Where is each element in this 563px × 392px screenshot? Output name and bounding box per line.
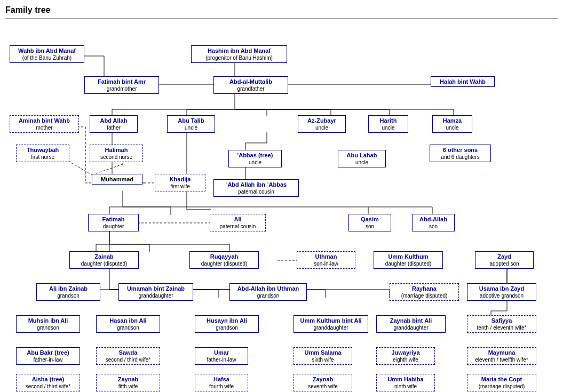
abu-talib-node: Abu Talib uncle [167, 115, 215, 133]
sawda-node: Sawda second / third wife* [96, 347, 160, 365]
husayn-node: Husayn ibn Ali grandson [195, 315, 259, 333]
abd-allah-ibn-abbas-node: `Abd Allah ibn `Abbas paternal cousin [213, 179, 299, 197]
abd-allah-node: Abd Allah father [90, 115, 138, 133]
page-title: Family tree [5, 5, 558, 15]
umar-node: Umar father-in-law [195, 347, 248, 365]
muhammad-node: Muhammad [92, 174, 142, 185]
aminah-node: Aminah bint Wahb mother [10, 115, 79, 133]
fatimah-amr-node: Fatimah bint Amr grandmother [84, 76, 159, 94]
hashim-node: Hashim ibn Abd Manaf (progenitor of Banu… [191, 45, 287, 63]
umm-habiba-node: Umm Habiba ninth wife [376, 374, 435, 391]
thuwaybah-node: Thuwaybah first nurse [16, 145, 69, 162]
abu-lahab-node: Abu Lahab uncle [338, 150, 386, 167]
usama-node: Usama ibn Zayd adoptive grandson [467, 283, 536, 301]
umamah-node: Umamah bint Zainab granddaughter [118, 283, 193, 301]
khadija-node: Khadija first wife [155, 174, 205, 191]
svg-line-24 [92, 164, 123, 175]
abbas-node: 'Abbas (tree) uncle [228, 150, 282, 167]
az-zubayr-node: Az-Zubayr uncle [298, 115, 346, 133]
hamza-node: Hamza uncle [432, 115, 472, 133]
umm-kulthum-node: Umm Kulthum daughter (disputed) [374, 251, 443, 269]
juwayriya-node: Juwayriya eighth wife [376, 347, 435, 365]
maymuna-node: Maymuna eleventh / twelfth wife* [467, 347, 536, 365]
zayd-node: Zayd adopted son [475, 251, 534, 269]
abd-allah-ibn-uthman-node: Abd-Allah ibn Uthman grandson [229, 283, 307, 301]
ruqayyah-node: Ruqayyah daughter (disputed) [189, 251, 259, 269]
wahb-node: Wahb ibn Abd Manaf (of the Banu Zuhrah) [10, 45, 84, 63]
abd-muttalib-node: Abd-al-Muttalib grandfather [213, 76, 288, 94]
umm-kulthum-bint-ali-node: Umm Kulthum bint Ali granddaughter [294, 315, 368, 333]
zaynab-5th-node: Zaynab fifth wife [96, 374, 160, 391]
ali-node: Ali paternal cousin [210, 214, 266, 231]
abu-bakr-node: Abu Bakr (tree) father-in-law [16, 347, 80, 365]
umm-salama-node: Umm Salama sixth wife [294, 347, 352, 365]
aisha-node: Aisha (tree) second / third wife* [16, 374, 80, 391]
other-sons-node: 6 other sons and 6 daughters [430, 145, 491, 162]
fatimah-node: Fatimah daughter [88, 214, 139, 231]
zaynab-bint-ali-node: Zaynab bint Ali granddaughter [376, 315, 446, 333]
halah-node: Halah bint Wahb [431, 76, 495, 87]
zainab-node: Zainab daughter (disputed) [69, 251, 139, 269]
abd-allah-son-node: Abd-Allah son [412, 214, 455, 231]
hafsa-node: Hafsa fourth wife [195, 374, 248, 391]
safiyya-node: Safiyya tenth / eleventh wife* [467, 315, 536, 333]
zaynab-7th-node: Zaynab seventh wife [294, 374, 352, 391]
family-tree: Wahb ibn Abd Manaf (of the Banu Zuhrah) … [5, 23, 555, 386]
hasan-node: Hasan ibn Ali grandson [96, 315, 160, 333]
halimah-node: Halimah second nurse [90, 145, 143, 162]
ali-ibn-zainab-node: Ali ibn Zainab grandson [36, 283, 100, 301]
rayhana-node: Rayhana (marriage disputed) [390, 283, 459, 301]
muhsin-node: Muhsin ibn Ali grandson [16, 315, 80, 333]
uthman-node: Uthman son-in-law [297, 251, 355, 269]
harith-node: Harith uncle [368, 115, 408, 133]
qasim-node: Qasim son [348, 214, 391, 231]
maria-node: Maria the Copt (marriage disputed) [467, 374, 536, 391]
